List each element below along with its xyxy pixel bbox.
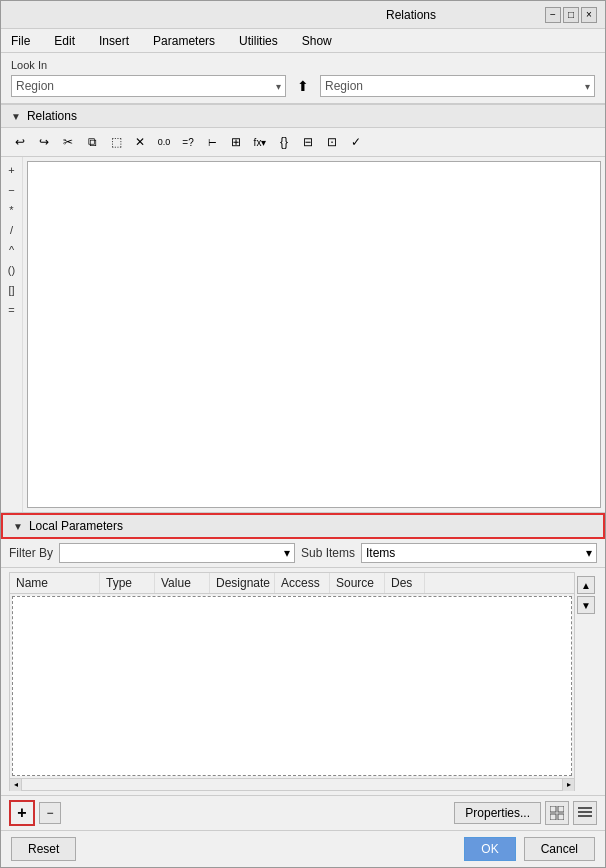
formula-editor[interactable]	[27, 161, 601, 508]
delete-button[interactable]: ✕	[129, 131, 151, 153]
redo-button[interactable]: ↪	[33, 131, 55, 153]
svg-rect-3	[558, 814, 564, 820]
minimize-button[interactable]: −	[545, 7, 561, 23]
cancel-button[interactable]: Cancel	[524, 837, 595, 861]
table-button[interactable]: ⊞	[225, 131, 247, 153]
col-type: Type	[100, 573, 155, 593]
maximize-button[interactable]: □	[563, 7, 579, 23]
close-button[interactable]: ×	[581, 7, 597, 23]
svg-rect-0	[550, 806, 556, 812]
op-minus[interactable]: −	[3, 181, 21, 199]
check-button[interactable]: ✓	[345, 131, 367, 153]
main-window: Relations − □ × File Edit Insert Paramet…	[0, 0, 606, 868]
equals-button[interactable]: =?	[177, 131, 199, 153]
title-bar-buttons: − □ ×	[545, 7, 597, 23]
copy-button[interactable]: ⧉	[81, 131, 103, 153]
list-view-button[interactable]	[573, 801, 597, 825]
look-in-dropdown2-arrow: ▾	[585, 81, 590, 92]
operators-panel: + − * / ^ () [] =	[1, 157, 23, 512]
filter-row: Filter By ▾ Sub Items Items ▾	[1, 539, 605, 568]
look-in-dropdown2-text: Region	[325, 79, 585, 93]
col-des: Des	[385, 573, 425, 593]
look-in-dropdown1[interactable]: Region ▾	[11, 75, 286, 97]
h-scroll-right[interactable]: ▸	[562, 779, 574, 791]
look-in-label: Look In	[11, 59, 595, 71]
undo-button[interactable]: ↩	[9, 131, 31, 153]
look-in-dropdown1-text: Region	[16, 79, 276, 93]
relations-section-label: Relations	[27, 109, 77, 123]
filter-by-label: Filter By	[9, 546, 53, 560]
look-in-dropdown2[interactable]: Region ▾	[320, 75, 595, 97]
filter-dropdown[interactable]: ▾	[59, 543, 295, 563]
grid-button[interactable]: ⊟	[297, 131, 319, 153]
remove-parameter-button[interactable]: −	[39, 802, 61, 824]
title-bar: Relations − □ ×	[1, 1, 605, 29]
local-params-label: Local Parameters	[29, 519, 123, 533]
footer: Reset OK Cancel	[1, 830, 605, 867]
grid-view-button[interactable]	[545, 801, 569, 825]
col-source: Source	[330, 573, 385, 593]
sub-items-dropdown-arrow: ▾	[586, 546, 592, 560]
fx-button[interactable]: fx▾	[249, 131, 271, 153]
col-designate: Designate	[210, 573, 275, 593]
relations-editor: + − * / ^ () [] =	[1, 157, 605, 512]
bottom-toolbar: + − Properties...	[1, 795, 605, 830]
ok-button[interactable]: OK	[464, 837, 515, 861]
menu-parameters[interactable]: Parameters	[147, 32, 221, 50]
svg-rect-4	[578, 807, 592, 809]
params-table-wrapper: Name Type Value Designate Access Source …	[9, 572, 575, 791]
menu-show[interactable]: Show	[296, 32, 338, 50]
look-in-row: Region ▾ ⬆ Region ▾	[11, 75, 595, 97]
bracket-button[interactable]: ⊢	[201, 131, 223, 153]
menu-utilities[interactable]: Utilities	[233, 32, 284, 50]
add-parameter-button[interactable]: +	[9, 800, 35, 826]
relations-collapse-arrow[interactable]: ▼	[11, 111, 21, 122]
local-params-collapse-arrow[interactable]: ▼	[13, 521, 23, 532]
col-value: Value	[155, 573, 210, 593]
svg-rect-2	[550, 814, 556, 820]
op-plus[interactable]: +	[3, 161, 21, 179]
pointer-icon: ⬆	[292, 75, 314, 97]
export-button[interactable]: ⊡	[321, 131, 343, 153]
op-equals[interactable]: =	[3, 301, 21, 319]
svg-rect-6	[578, 815, 592, 817]
table-header: Name Type Value Designate Access Source …	[10, 573, 574, 594]
menu-insert[interactable]: Insert	[93, 32, 135, 50]
menu-edit[interactable]: Edit	[48, 32, 81, 50]
sub-items-label: Sub Items	[301, 546, 355, 560]
look-in-section: Look In Region ▾ ⬆ Region ▾	[1, 53, 605, 104]
look-in-dropdown1-arrow: ▾	[276, 81, 281, 92]
sort-button[interactable]: 0.0	[153, 131, 175, 153]
svg-rect-5	[578, 811, 592, 813]
properties-button[interactable]: Properties...	[454, 802, 541, 824]
op-multiply[interactable]: *	[3, 201, 21, 219]
cut-button[interactable]: ✂	[57, 131, 79, 153]
col-name: Name	[10, 573, 100, 593]
params-table-container: Name Type Value Designate Access Source …	[9, 572, 597, 791]
relations-section-header: ▼ Relations	[1, 104, 605, 128]
col-access: Access	[275, 573, 330, 593]
sub-items-value: Items	[366, 546, 586, 560]
paste-button[interactable]: ⬚	[105, 131, 127, 153]
window-title: Relations	[277, 8, 545, 22]
menu-file[interactable]: File	[5, 32, 36, 50]
scroll-down-button[interactable]: ▼	[577, 596, 595, 614]
reset-button[interactable]: Reset	[11, 837, 76, 861]
params-table-body[interactable]	[12, 596, 572, 776]
op-parens[interactable]: ()	[3, 261, 21, 279]
scroll-up-button[interactable]: ▲	[577, 576, 595, 594]
relations-toolbar: ↩ ↪ ✂ ⧉ ⬚ ✕ 0.0 =? ⊢ ⊞ fx▾ {} ⊟ ⊡ ✓	[1, 128, 605, 157]
op-divide[interactable]: /	[3, 221, 21, 239]
op-power[interactable]: ^	[3, 241, 21, 259]
menu-bar: File Edit Insert Parameters Utilities Sh…	[1, 29, 605, 53]
svg-rect-1	[558, 806, 564, 812]
op-brackets[interactable]: []	[3, 281, 21, 299]
braces-button[interactable]: {}	[273, 131, 295, 153]
h-scrollbar[interactable]: ◂ ▸	[10, 778, 574, 790]
v-scroll-buttons: ▲ ▼	[575, 572, 597, 791]
local-params-section: ▼ Local Parameters Filter By ▾ Sub Items…	[1, 512, 605, 830]
local-params-header: ▼ Local Parameters	[1, 513, 605, 539]
sub-items-dropdown[interactable]: Items ▾	[361, 543, 597, 563]
filter-dropdown-arrow: ▾	[284, 546, 290, 560]
h-scroll-left[interactable]: ◂	[10, 779, 22, 791]
